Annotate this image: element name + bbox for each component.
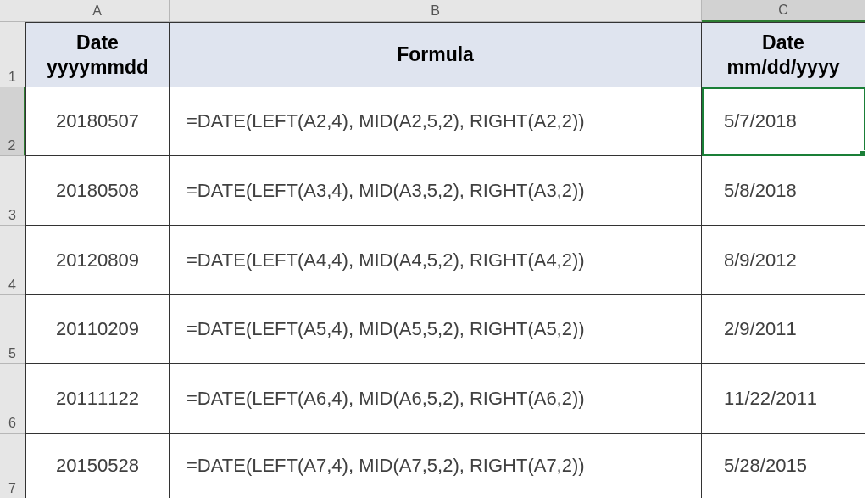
cell-a7[interactable]: 20150528 [25, 434, 170, 498]
cell-b2[interactable]: =DATE(LEFT(A2,4), MID(A2,5,2), RIGHT(A2,… [170, 87, 702, 156]
header-a-line2: yyyymmdd [47, 55, 148, 80]
cell-a2[interactable]: 20180507 [25, 87, 170, 156]
row-header-5[interactable]: 5 [0, 295, 25, 364]
row-header-3[interactable]: 3 [0, 156, 25, 226]
header-c-line1: Date [762, 31, 804, 55]
spreadsheet-grid[interactable]: A B C 1 Date yyyymmdd Formula Date mm/dd… [0, 0, 868, 498]
cell-b6[interactable]: =DATE(LEFT(A6,4), MID(A6,5,2), RIGHT(A6,… [170, 364, 702, 434]
row-header-2[interactable]: 2 [0, 87, 25, 156]
cell-b4[interactable]: =DATE(LEFT(A4,4), MID(A4,5,2), RIGHT(A4,… [170, 226, 702, 295]
cell-b7[interactable]: =DATE(LEFT(A7,4), MID(A7,5,2), RIGHT(A7,… [170, 434, 702, 498]
cell-b5[interactable]: =DATE(LEFT(A5,4), MID(A5,5,2), RIGHT(A5,… [170, 295, 702, 364]
cell-c6[interactable]: 11/22/2011 [702, 364, 865, 434]
header-a-line1: Date [76, 31, 119, 55]
cell-c3[interactable]: 5/8/2018 [702, 156, 865, 226]
cell-a5[interactable]: 20110209 [25, 295, 170, 364]
cell-a4[interactable]: 20120809 [25, 226, 170, 295]
row-header-4[interactable]: 4 [0, 226, 25, 295]
cell-b3[interactable]: =DATE(LEFT(A3,4), MID(A3,5,2), RIGHT(A3,… [170, 156, 702, 226]
cell-c2[interactable]: 5/7/2018 [702, 87, 865, 156]
col-header-b[interactable]: B [170, 0, 702, 22]
cell-a6[interactable]: 20111122 [25, 364, 170, 434]
header-b-line1: Formula [397, 42, 474, 67]
cell-c4[interactable]: 8/9/2012 [702, 226, 865, 295]
header-cell-b[interactable]: Formula [170, 22, 702, 87]
col-header-c[interactable]: C [702, 0, 865, 22]
row-header-1[interactable]: 1 [0, 22, 25, 87]
cell-c7[interactable]: 5/28/2015 [702, 434, 865, 498]
cell-c5[interactable]: 2/9/2011 [702, 295, 865, 364]
select-all-corner[interactable] [0, 0, 25, 22]
cell-a3[interactable]: 20180508 [25, 156, 170, 226]
header-cell-a[interactable]: Date yyyymmdd [25, 22, 170, 87]
header-c-line2: mm/dd/yyyy [727, 55, 840, 80]
header-cell-c[interactable]: Date mm/dd/yyyy [702, 22, 865, 87]
row-header-7[interactable]: 7 [0, 434, 25, 498]
col-header-a[interactable]: A [25, 0, 170, 22]
row-header-6[interactable]: 6 [0, 364, 25, 434]
